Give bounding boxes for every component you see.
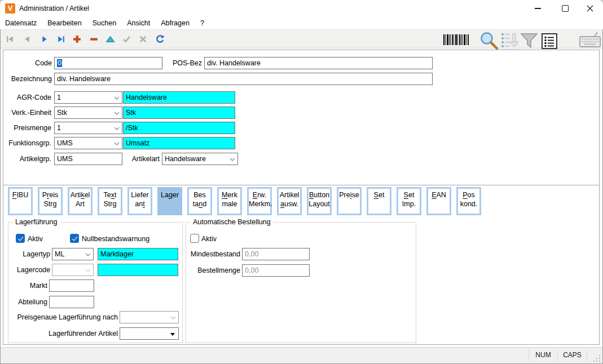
markt-input[interactable]	[49, 279, 94, 292]
menu-help[interactable]: ?	[200, 19, 204, 27]
artikelart-value: Handelsware	[165, 155, 206, 163]
menu-datensatz[interactable]: Datensatz	[5, 19, 37, 27]
lagercode-desc	[98, 264, 178, 276]
dropdown-arrow-icon	[170, 333, 175, 336]
verk-einheit-combobox[interactable]: Stk	[54, 106, 122, 119]
cancel-icon[interactable]	[138, 34, 148, 44]
menu-bar: Datensatz Bearbeiten Suchen Ansicht Abfr…	[0, 17, 603, 29]
lagertyp-desc: Marktlager	[98, 248, 178, 260]
funktionsgrp-desc: Umsatz	[123, 137, 235, 149]
tab-fibu[interactable]: FIBU	[8, 187, 33, 215]
remove-record-icon[interactable]	[89, 34, 99, 44]
menu-ansicht[interactable]: Ansicht	[127, 19, 150, 27]
tab-preise[interactable]: Preise	[337, 187, 362, 215]
menu-suchen[interactable]: Suchen	[93, 19, 116, 27]
keyboard-icon[interactable]	[579, 31, 601, 48]
tab-set-imp[interactable]: SetImp.	[397, 187, 421, 215]
close-icon	[587, 5, 593, 12]
bestellmenge-label: Bestellmenge	[186, 264, 240, 277]
tab-erw-merkm[interactable]: Erw.Merkm.	[247, 187, 272, 215]
tab-button-layout[interactable]: ButtonLayout	[307, 187, 332, 215]
chevron-down-icon	[114, 96, 120, 100]
last-record-icon[interactable]	[56, 34, 65, 44]
funktionsgrp-combobox[interactable]: UMS	[54, 137, 122, 149]
lagertyp-combobox[interactable]: ML	[52, 248, 94, 260]
artikelgrp-label: Artikelgrp.	[3, 153, 51, 165]
pos-bez-input[interactable]: div. Handelsware	[204, 57, 433, 69]
refresh-icon[interactable]	[155, 34, 165, 44]
tab-text-strg[interactable]: TextStrg	[98, 187, 122, 215]
abteilung-label: Abteilung	[8, 296, 47, 308]
add-record-icon[interactable]	[72, 34, 82, 44]
preismenge-label: Preismenge	[3, 122, 51, 134]
bezeichnung-label: Bezeichnung	[5, 73, 52, 85]
upload-icon[interactable]	[105, 34, 115, 44]
agr-code-label: AGR-Code	[3, 91, 51, 104]
lagerfuehrung-aktiv-checkbox[interactable]	[16, 234, 25, 243]
agr-code-combobox[interactable]: 1	[54, 91, 122, 104]
tab-merkmale[interactable]: Merkmale	[217, 187, 242, 215]
tab-bestand[interactable]: Bestand	[187, 187, 212, 215]
first-record-icon[interactable]	[6, 34, 15, 44]
bestellmenge-input[interactable]: 0,00	[242, 264, 310, 277]
minimize-icon	[535, 8, 541, 8]
close-button[interactable]	[577, 0, 603, 17]
tab-pos-kond[interactable]: Poskond.	[456, 187, 481, 215]
minimize-button[interactable]	[525, 0, 551, 17]
preismenge-value: 1	[57, 124, 61, 132]
verk-einheit-label: Verk.-Einheit	[3, 106, 51, 119]
lagercode-combobox[interactable]	[52, 264, 94, 276]
lagerfuehrender-combobox[interactable]	[120, 327, 179, 340]
tab-preis-strg[interactable]: PreisStrg	[38, 187, 63, 215]
chevron-down-icon	[85, 253, 91, 256]
menu-bearbeiten[interactable]: Bearbeiten	[47, 19, 81, 27]
preismenge-desc: /Stk	[123, 122, 235, 134]
funktionsgrp-value: UMS	[57, 139, 73, 147]
menu-abfragen[interactable]: Abfragen	[161, 19, 190, 27]
barcode-icon[interactable]	[443, 34, 470, 45]
lagertyp-value: ML	[55, 250, 64, 258]
preisgenaue-combobox[interactable]	[120, 311, 179, 323]
tab-ean[interactable]: EAN	[426, 187, 451, 215]
agr-code-desc: Handelsware	[123, 91, 235, 104]
bezeichnung-input[interactable]: div. Handelsware	[54, 73, 433, 85]
tab-lager[interactable]: Lager	[157, 187, 182, 215]
nullbestandswarnung-checkbox[interactable]	[70, 234, 79, 243]
tab-artikel-ausw[interactable]: Artikelausw.	[277, 187, 302, 215]
lagerfuehrung-aktiv-label: Aktiv	[28, 234, 43, 243]
code-selected-text: 0	[57, 59, 62, 67]
sort-list-icon[interactable]	[500, 32, 520, 50]
window-title: Administration / Artikel	[19, 5, 89, 12]
next-record-icon[interactable]	[39, 34, 49, 44]
bestellung-aktiv-checkbox[interactable]	[190, 234, 199, 243]
agr-code-value: 1	[57, 94, 61, 101]
code-input[interactable]: 0	[54, 57, 162, 69]
previous-record-icon[interactable]	[23, 34, 32, 44]
chevron-down-icon	[170, 316, 176, 319]
bestellung-aktiv-label: Aktiv	[201, 234, 217, 243]
artikelart-label: Artikelart	[126, 153, 160, 165]
mindestbestand-label: Mindestbestand	[186, 248, 240, 260]
tab-strip: FIBUPreisStrgArtikelArtTextStrgLieferant…	[8, 187, 486, 215]
artikelart-combobox[interactable]: Handelsware	[162, 153, 238, 165]
confirm-icon[interactable]	[122, 34, 131, 44]
tab-set[interactable]: Set	[367, 187, 391, 215]
lagerfuehrung-legend: Lagerführung	[13, 217, 59, 227]
statusbar-separator	[587, 350, 587, 361]
mindestbestand-input[interactable]: 0,00	[242, 248, 310, 260]
maximize-icon	[562, 5, 569, 12]
preisgenaue-label: Preisgenaue Lagerführung nach	[8, 311, 118, 323]
markt-label: Markt	[8, 279, 47, 292]
tab-artikel-art[interactable]: ArtikelArt	[68, 187, 93, 215]
abteilung-input[interactable]	[49, 296, 94, 308]
preismenge-combobox[interactable]: 1	[54, 122, 122, 134]
lagercode-label: Lagercode	[8, 264, 50, 276]
artikelgrp-input[interactable]: UMS	[54, 153, 122, 165]
search-icon[interactable]	[479, 32, 500, 50]
maximize-button[interactable]	[552, 0, 578, 17]
filter-icon[interactable]	[520, 32, 538, 49]
tab-lieferant[interactable]: Lieferant	[127, 187, 152, 215]
verk-einheit-desc: Stk	[123, 106, 235, 119]
list-view-icon[interactable]	[542, 33, 557, 49]
caps-lock-indicator: CAPS	[558, 351, 587, 359]
